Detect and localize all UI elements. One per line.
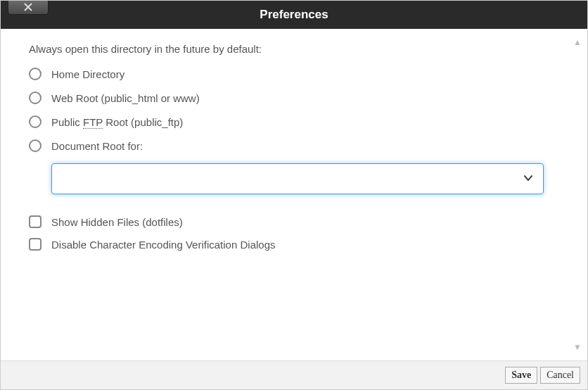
- checkbox-label-encoding: Disable Character Encoding Verification …: [51, 239, 276, 251]
- chevron-down-icon: [523, 173, 533, 185]
- radio-label-ftp-root: Public FTP Root (public_ftp): [51, 116, 183, 128]
- footer: Save Cancel: [1, 360, 587, 389]
- content-wrapper: Always open this directory in the future…: [1, 29, 587, 360]
- content: Always open this directory in the future…: [1, 29, 587, 360]
- radio-label-home: Home Directory: [51, 68, 124, 80]
- radio-document-root[interactable]: Document Root for:: [29, 139, 559, 152]
- checkbox-icon: [29, 238, 41, 251]
- titlebar: Preferences: [1, 1, 587, 29]
- radio-home[interactable]: Home Directory: [29, 68, 559, 80]
- radio-icon: [29, 139, 41, 152]
- prompt-text: Always open this directory in the future…: [29, 43, 559, 55]
- close-icon: [24, 1, 32, 15]
- preferences-dialog: Preferences Always open this directory i…: [0, 0, 588, 390]
- document-root-select[interactable]: [51, 163, 544, 194]
- radio-icon: [29, 115, 41, 128]
- checkbox-icon: [29, 215, 41, 228]
- radio-label-web-root: Web Root (public_html or www): [51, 92, 200, 104]
- cancel-button[interactable]: Cancel: [540, 367, 580, 384]
- radio-icon: [29, 92, 41, 104]
- checkbox-label-hidden: Show Hidden Files (dotfiles): [51, 216, 183, 228]
- ftp-abbr: FTP: [83, 116, 103, 129]
- ftp-suffix: Root (public_ftp): [103, 116, 183, 128]
- ftp-prefix: Public: [51, 116, 83, 128]
- checkbox-show-hidden[interactable]: Show Hidden Files (dotfiles): [29, 215, 559, 228]
- radio-web-root[interactable]: Web Root (public_html or www): [29, 92, 559, 104]
- dialog-title: Preferences: [260, 8, 328, 22]
- radio-label-document-root: Document Root for:: [51, 140, 143, 152]
- checkbox-disable-encoding[interactable]: Disable Character Encoding Verification …: [29, 238, 559, 251]
- close-button[interactable]: [8, 1, 49, 15]
- radio-icon: [29, 68, 41, 80]
- save-button[interactable]: Save: [505, 367, 537, 384]
- radio-ftp-root[interactable]: Public FTP Root (public_ftp): [29, 115, 559, 128]
- scroll-up-icon[interactable]: ▲: [573, 37, 582, 47]
- scroll-down-icon[interactable]: ▼: [573, 342, 582, 352]
